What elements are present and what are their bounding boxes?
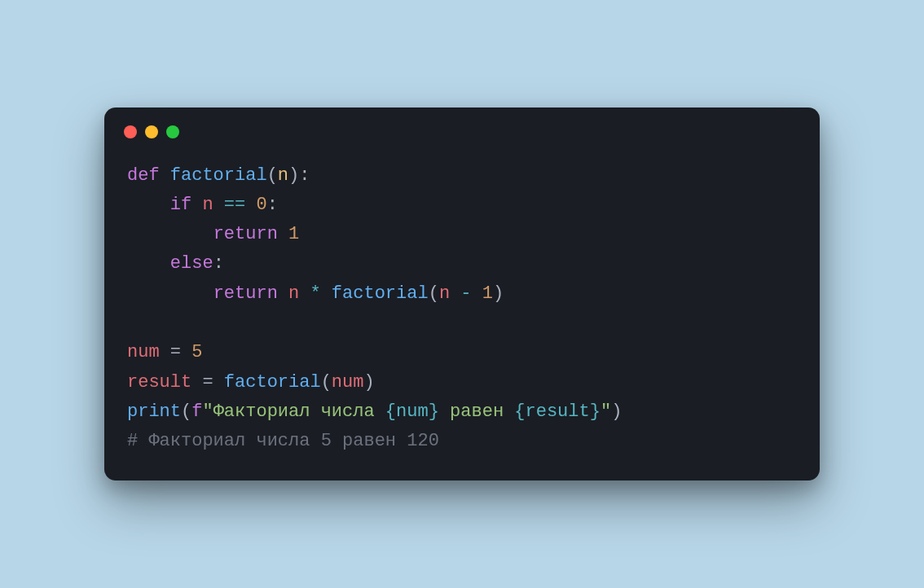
code-block: def factorial(n): if n == 0: return 1 el… [104, 147, 820, 481]
line-1: def factorial(n): [127, 165, 310, 186]
line-9: print(f"Факториал числа {num} равен {res… [127, 402, 622, 422]
line-3: return 1 [127, 224, 299, 244]
line-2: if n == 0: [127, 195, 278, 215]
window-titlebar [104, 108, 820, 147]
code-window: def factorial(n): if n == 0: return 1 el… [104, 108, 820, 481]
line-7: num = 5 [127, 342, 202, 362]
minimize-icon[interactable] [145, 125, 158, 138]
maximize-icon[interactable] [166, 125, 179, 138]
line-5: return n * factorial(n - 1) [127, 283, 504, 304]
line-8: result = factorial(num) [127, 372, 375, 393]
line-4: else: [127, 253, 224, 274]
close-icon[interactable] [124, 125, 137, 138]
line-10: # Факториал числа 5 равен 120 [127, 431, 439, 451]
